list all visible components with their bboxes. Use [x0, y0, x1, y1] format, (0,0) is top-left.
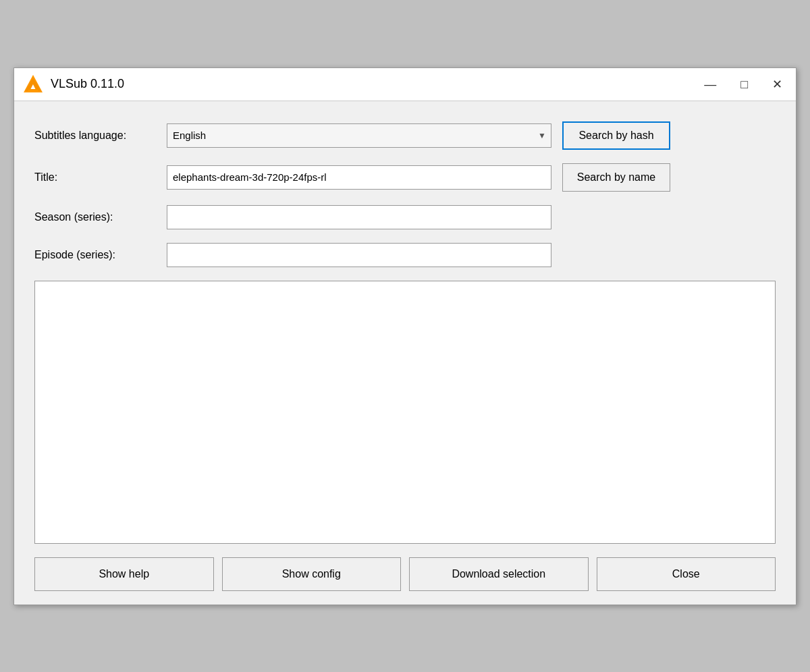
- season-row: Season (series):: [34, 205, 776, 229]
- episode-row: Episode (series):: [34, 243, 776, 267]
- bottom-buttons-bar: Show help Show config Download selection…: [34, 557, 776, 591]
- search-by-hash-button[interactable]: Search by hash: [562, 121, 670, 150]
- window-controls: — □ ✕: [699, 77, 788, 92]
- minimize-button[interactable]: —: [699, 77, 722, 92]
- content-area: Subtitles language: English French Spani…: [14, 101, 796, 605]
- season-label: Season (series):: [34, 211, 156, 223]
- episode-label: Episode (series):: [34, 249, 156, 261]
- language-select[interactable]: English French Spanish German Italian Po…: [167, 123, 551, 148]
- close-button[interactable]: ✕: [767, 77, 788, 92]
- title-label: Title:: [34, 171, 156, 184]
- results-list[interactable]: [34, 281, 776, 544]
- episode-input[interactable]: [167, 243, 551, 267]
- season-input[interactable]: [167, 205, 551, 229]
- language-row: Subtitles language: English French Spani…: [34, 121, 776, 150]
- language-label: Subtitles language:: [34, 130, 156, 142]
- maximize-button[interactable]: □: [735, 77, 753, 92]
- show-help-button[interactable]: Show help: [34, 557, 214, 591]
- title-bar-left: ▲ VLSub 0.11.0: [22, 74, 124, 95]
- title-row: Title: Search by name: [34, 163, 776, 192]
- close-dialog-button[interactable]: Close: [597, 557, 776, 591]
- title-input[interactable]: [167, 165, 551, 190]
- main-window: ▲ VLSub 0.11.0 — □ ✕ Subtitles language:…: [14, 67, 796, 605]
- show-config-button[interactable]: Show config: [222, 557, 402, 591]
- language-select-wrapper: English French Spanish German Italian Po…: [167, 123, 551, 148]
- vlc-icon: ▲: [22, 74, 44, 95]
- window-title: VLSub 0.11.0: [51, 77, 124, 91]
- title-bar: ▲ VLSub 0.11.0 — □ ✕: [14, 68, 796, 101]
- search-by-name-button[interactable]: Search by name: [562, 163, 670, 192]
- svg-text:▲: ▲: [29, 82, 37, 91]
- download-selection-button[interactable]: Download selection: [409, 557, 589, 591]
